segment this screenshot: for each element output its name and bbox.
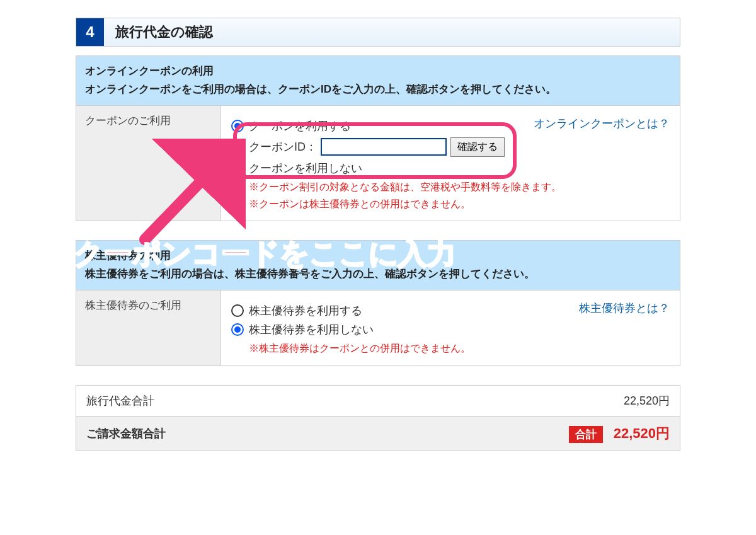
coupon-id-label: クーポンID： bbox=[249, 139, 317, 154]
coupon-id-input[interactable] bbox=[321, 138, 447, 156]
coupon-notice-1: ※クーポン割引の対象となる金額は、空港税や手数料等を除きます。 bbox=[249, 180, 670, 195]
grand-total-value: 22,520円 bbox=[614, 425, 670, 441]
grand-total-label: ご請求金額合計 bbox=[76, 418, 559, 449]
step-number: 4 bbox=[76, 18, 104, 46]
subtotal-row: 旅行代金合計 22,520円 bbox=[76, 386, 680, 416]
shareholder-help-link[interactable]: 株主優待券とは？ bbox=[579, 301, 670, 316]
coupon-band: オンラインクーポンの利用 オンラインクーポンをご利用の場合は、クーポンIDをご入… bbox=[76, 56, 680, 105]
coupon-notice-2: ※クーポンは株主優待券との併用はできません。 bbox=[249, 197, 670, 212]
coupon-use-label: クーポンを利用する bbox=[249, 118, 351, 134]
shareholder-notuse-radio[interactable] bbox=[231, 323, 244, 336]
coupon-confirm-button[interactable]: 確認する bbox=[450, 137, 505, 157]
shareholder-use-label: 株主優待券を利用する bbox=[249, 303, 362, 318]
section-title: 旅行代金の確認 bbox=[104, 23, 213, 42]
annotation-text: 割引クーポンコードをここに入力 bbox=[16, 234, 456, 273]
shareholder-use-radio[interactable] bbox=[231, 304, 244, 317]
coupon-row-label: クーポンのご利用 bbox=[76, 106, 221, 221]
coupon-use-radio[interactable] bbox=[231, 120, 244, 132]
coupon-notuse-option[interactable]: クーポンを利用しない bbox=[231, 161, 670, 176]
coupon-id-line: クーポンID： 確認する bbox=[249, 137, 670, 157]
shareholder-notuse-label: 株主優待券を利用しない bbox=[249, 322, 374, 337]
coupon-panel: オンラインクーポンの利用 オンラインクーポンをご利用の場合は、クーポンIDをご入… bbox=[76, 55, 680, 221]
coupon-notuse-label: クーポンを利用しない bbox=[249, 161, 362, 176]
subtotal-label: 旅行代金合計 bbox=[76, 386, 614, 416]
section-header: 4 旅行代金の確認 bbox=[76, 18, 680, 47]
grand-total-cell: 合計 22,520円 bbox=[559, 417, 680, 451]
shareholder-row-label: 株主優待券のご利用 bbox=[76, 291, 221, 365]
shareholder-row-body: 株主優待券とは？ 株主優待券を利用する 株主優待券を利用しない ※株主優待券はク… bbox=[221, 291, 680, 365]
coupon-help-link[interactable]: オンラインクーポンとは？ bbox=[534, 116, 670, 131]
grand-total-row: ご請求金額合計 合計 22,520円 bbox=[76, 416, 680, 451]
total-badge: 合計 bbox=[569, 426, 603, 443]
coupon-row-body: オンラインクーポンとは？ クーポンを利用する クーポンID： 確認する クーポン… bbox=[221, 106, 680, 221]
subtotal-value: 22,520円 bbox=[614, 386, 680, 416]
shareholder-notuse-option[interactable]: 株主優待券を利用しない bbox=[231, 322, 670, 337]
coupon-band-title: オンラインクーポンの利用 bbox=[85, 62, 671, 81]
coupon-notuse-radio[interactable] bbox=[231, 162, 244, 175]
totals-table: 旅行代金合計 22,520円 ご請求金額合計 合計 22,520円 bbox=[76, 385, 680, 451]
shareholder-notice-1: ※株主優待券はクーポンとの併用はできません。 bbox=[249, 341, 670, 357]
coupon-band-desc: オンラインクーポンをご利用の場合は、クーポンIDをご入力の上、確認ボタンを押して… bbox=[85, 81, 671, 99]
